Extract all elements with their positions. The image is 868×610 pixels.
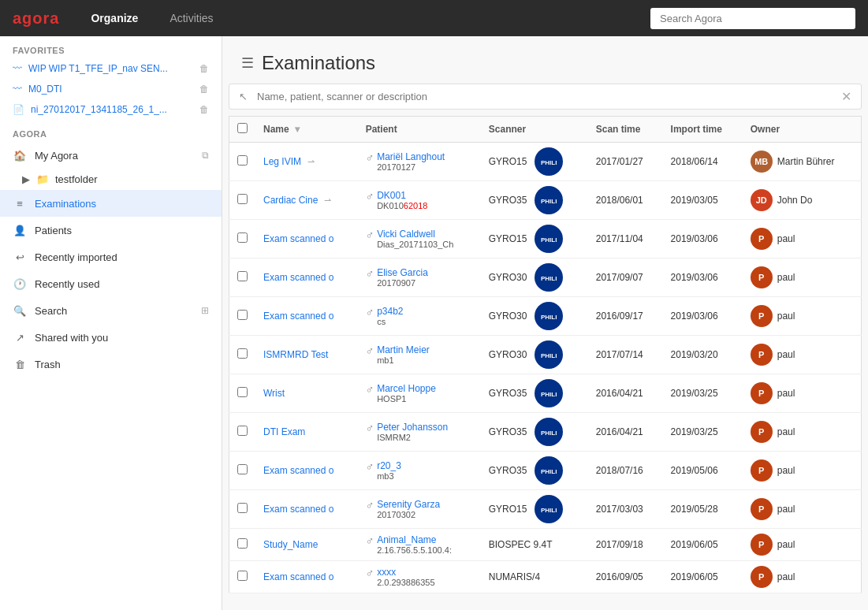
grid-icon[interactable]: ⊞ [201, 305, 209, 316]
fav-item-0[interactable]: 〰 WIP WIP T1_TFE_IP_nav SEN... 🗑 [0, 58, 222, 79]
delete-fav-2[interactable]: 🗑 [199, 104, 209, 115]
cell-patient-3: ♂Elise Garcia20170907 [358, 259, 481, 297]
patient-name-3[interactable]: Elise Garcia [377, 267, 428, 278]
patient-name-1[interactable]: DK001 [377, 190, 427, 201]
patient-name-5[interactable]: Martin Meier [377, 344, 430, 355]
cell-scanner-11: NUMARIS/4 [481, 561, 588, 593]
checkbox-11[interactable] [237, 571, 248, 581]
row-checkbox-4[interactable] [229, 297, 256, 336]
row-checkbox-6[interactable] [229, 374, 256, 413]
row-checkbox-3[interactable] [229, 259, 256, 297]
sidebar-item-patients[interactable]: 👤 Patients [0, 217, 222, 244]
sidebar-item-recently-used[interactable]: 🕐 Recently used [0, 270, 222, 297]
header-scan-time[interactable]: Scan time [588, 117, 663, 143]
exam-name-8[interactable]: Exam scanned o [263, 465, 333, 476]
filter-close-button[interactable]: ✕ [841, 89, 851, 104]
cell-owner-2: Ppaul [743, 220, 862, 259]
home-icon: 🏠 [13, 148, 27, 162]
exam-name-10[interactable]: Study_Name [263, 539, 318, 550]
row-checkbox-11[interactable] [229, 561, 256, 593]
share-icon-0[interactable]: ⇀ [307, 157, 315, 167]
header-patient[interactable]: Patient [358, 117, 481, 143]
patient-name-0[interactable]: Mariël Langhout [377, 151, 445, 162]
sidebar-label-my-agora: My Agora [35, 150, 194, 162]
svg-text:PHILIPS: PHILIPS [541, 507, 557, 514]
svg-text:PHILIPS: PHILIPS [541, 352, 557, 359]
exam-name-9[interactable]: Exam scanned o [263, 504, 333, 515]
checkbox-3[interactable] [237, 271, 248, 281]
checkbox-1[interactable] [237, 194, 248, 204]
copy-icon[interactable]: ⧉ [202, 150, 209, 161]
exam-name-0[interactable]: Leg IVIM [263, 156, 301, 167]
header-name[interactable]: Name ▾ [255, 117, 358, 143]
share-icon-1[interactable]: ⇀ [324, 195, 331, 206]
search-input[interactable] [650, 8, 855, 29]
checkbox-10[interactable] [237, 538, 248, 549]
header-scanner[interactable]: Scanner [481, 117, 588, 143]
sidebar-item-my-agora[interactable]: 🏠 My Agora ⧉ [0, 142, 222, 169]
exam-name-7[interactable]: DTI Exam [263, 426, 305, 437]
row-checkbox-5[interactable] [229, 336, 256, 374]
patient-name-6[interactable]: Marcel Hoppe [377, 383, 436, 394]
checkbox-0[interactable] [237, 155, 248, 166]
exam-name-5[interactable]: ISMRMRD Test [263, 349, 328, 360]
nav-organize[interactable]: Organize [84, 9, 144, 28]
delete-fav-0[interactable]: 🗑 [199, 63, 209, 74]
fav-item-2[interactable]: 📄 ni_27012017_1341185_26_1_... 🗑 [0, 99, 222, 120]
checkbox-4[interactable] [237, 310, 248, 320]
sidebar-item-search[interactable]: 🔍 Search ⊞ [0, 297, 222, 324]
checkbox-5[interactable] [237, 348, 248, 359]
row-checkbox-8[interactable] [229, 452, 256, 490]
exam-name-6[interactable]: Wrist [263, 388, 285, 399]
svg-text:PHILIPS: PHILIPS [541, 468, 557, 475]
sidebar-item-testfolder[interactable]: ▶ 📁 testfolder [0, 169, 222, 190]
sidebar-item-examinations[interactable]: ≡ Examinations [0, 190, 222, 217]
header-owner[interactable]: Owner [743, 117, 862, 143]
owner-name-6: paul [777, 388, 795, 399]
favorites-label: FAVORITES [0, 36, 222, 58]
filter-input[interactable] [257, 91, 835, 102]
patient-name-2[interactable]: Vicki Caldwell [377, 229, 453, 240]
checkbox-8[interactable] [237, 464, 248, 474]
cell-scan-time-6: 2016/04/21 [588, 374, 663, 413]
row-checkbox-7[interactable] [229, 413, 256, 452]
cell-patient-6: ♂Marcel HoppeHOSP1 [358, 374, 481, 413]
checkbox-6[interactable] [237, 387, 248, 397]
cell-scan-time-4: 2016/09/17 [588, 297, 663, 336]
sidebar-item-recently-imported[interactable]: ↩ Recently imported [0, 244, 222, 270]
exam-name-11[interactable]: Exam scanned o [263, 571, 333, 582]
name-filter-icon[interactable]: ▾ [295, 124, 300, 135]
sidebar-item-shared-with-you[interactable]: ↗ Shared with you [0, 324, 222, 351]
fav-item-1[interactable]: 〰 M0_DTI 🗑 [0, 79, 222, 99]
exam-name-4[interactable]: Exam scanned o [263, 311, 333, 322]
content-header: ☰ Examinations [222, 36, 868, 84]
row-checkbox-2[interactable] [229, 220, 256, 259]
nav-activities[interactable]: Activities [163, 9, 219, 28]
gender-icon-3: ♂ [366, 267, 374, 280]
exam-name-1[interactable]: Cardiac Cine [263, 195, 318, 206]
patient-name-10[interactable]: Animal_Name [377, 534, 452, 545]
header-checkbox[interactable] [229, 117, 256, 143]
checkbox-2[interactable] [237, 232, 248, 243]
row-checkbox-0[interactable] [229, 143, 256, 181]
patient-name-8[interactable]: r20_3 [377, 460, 401, 471]
page-title: ☰ Examinations [241, 52, 849, 74]
exam-name-2[interactable]: Exam scanned o [263, 233, 333, 244]
checkbox-9[interactable] [237, 503, 248, 513]
table-row: Exam scanned o♂r20_3mb3GYRO35PHILIPS2018… [229, 452, 862, 490]
row-checkbox-9[interactable] [229, 490, 256, 529]
delete-fav-1[interactable]: 🗑 [199, 84, 209, 95]
checkbox-7[interactable] [237, 426, 248, 436]
select-all-checkbox[interactable] [237, 123, 248, 133]
patient-name-4[interactable]: p34b2 [377, 306, 403, 317]
exam-name-3[interactable]: Exam scanned o [263, 272, 333, 283]
patient-name-11[interactable]: xxxx [377, 567, 434, 578]
cell-owner-1: JDJohn Do [743, 181, 862, 220]
svg-text:PHILIPS: PHILIPS [541, 391, 557, 398]
header-import-time[interactable]: Import time [663, 117, 743, 143]
row-checkbox-10[interactable] [229, 529, 256, 561]
row-checkbox-1[interactable] [229, 181, 256, 220]
patient-name-7[interactable]: Peter Johansson [377, 422, 448, 433]
sidebar-item-trash[interactable]: 🗑 Trash [0, 351, 222, 378]
patient-name-9[interactable]: Serenity Garza [377, 499, 440, 510]
